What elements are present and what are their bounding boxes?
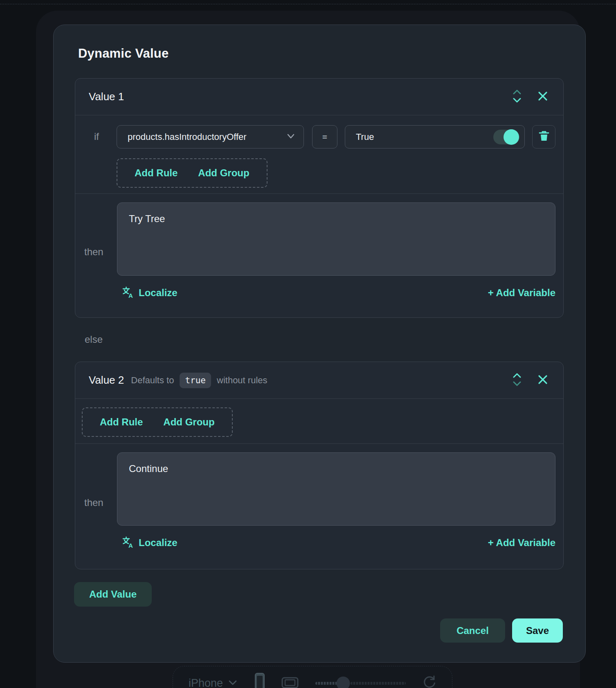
- add-rule-group-box: Add Rule Add Group: [82, 407, 233, 437]
- value-2-title: Value 2: [89, 374, 124, 387]
- translate-icon: A: [122, 286, 133, 299]
- sort-chevrons-icon: [512, 373, 522, 388]
- svg-text:A: A: [128, 542, 133, 548]
- chevron-down-icon: [228, 679, 238, 687]
- dynamic-value-modal: Dynamic Value Value 1: [53, 25, 586, 663]
- then-value-textarea[interactable]: Try Tree: [117, 202, 555, 276]
- canvas-dotted-edge: [0, 4, 616, 4]
- value-2-remove-button[interactable]: [535, 372, 550, 388]
- localize-row: A Localize + Add Variable: [117, 286, 555, 299]
- condition-field-value: products.hasIntroductoryOffer: [128, 132, 286, 142]
- sort-chevrons-icon: [512, 89, 522, 104]
- condition-operator[interactable]: =: [312, 125, 337, 148]
- cancel-button[interactable]: Cancel: [440, 618, 505, 643]
- value-2-card: Value 2 Defaults to true without rules: [75, 362, 564, 569]
- landscape-orientation-button[interactable]: [281, 677, 299, 688]
- add-group-button[interactable]: Add Group: [163, 416, 214, 428]
- value-2-header: Value 2 Defaults to true without rules: [75, 362, 563, 399]
- add-rule-button[interactable]: Add Rule: [135, 167, 178, 179]
- operator-value: =: [322, 132, 327, 142]
- device-select[interactable]: iPhone: [189, 677, 238, 688]
- device-label: iPhone: [189, 677, 223, 688]
- then-value-text: Continue: [129, 463, 168, 474]
- add-rule-button[interactable]: Add Rule: [100, 416, 143, 428]
- add-variable-button[interactable]: + Add Variable: [488, 287, 555, 299]
- refresh-icon: [423, 675, 436, 688]
- value-1-then-section: then Try Tree A Localize: [75, 194, 563, 317]
- default-value-pill: true: [180, 373, 211, 388]
- condition-value-field[interactable]: True: [345, 125, 525, 148]
- slider-track-empty: [351, 682, 406, 685]
- localize-button[interactable]: A Localize: [122, 536, 178, 549]
- zoom-slider[interactable]: [315, 677, 406, 688]
- condition-row: products.hasIntroductoryOffer = True: [117, 125, 563, 148]
- value-1-rules-section: if products.hasIntroductoryOffer = True: [75, 115, 563, 194]
- chevron-down-icon: [286, 133, 295, 141]
- localize-label: Localize: [139, 537, 178, 549]
- defaults-prefix: Defaults to: [131, 375, 174, 386]
- add-rule-group-box: Add Rule Add Group: [117, 158, 268, 188]
- value-1-remove-button[interactable]: [535, 89, 550, 105]
- then-value-text: Try Tree: [129, 213, 165, 224]
- condition-value-label: True: [356, 132, 493, 142]
- condition-value-toggle[interactable]: [493, 130, 519, 144]
- slider-track-filled: [315, 682, 338, 685]
- then-value-textarea[interactable]: Continue: [117, 452, 555, 526]
- value-1-card: Value 1 if: [75, 78, 564, 318]
- phone-portrait-icon: [254, 672, 266, 688]
- value-2-then-section: then Continue A Localize: [75, 444, 563, 569]
- add-value-button[interactable]: Add Value: [74, 582, 152, 607]
- delete-rule-button[interactable]: [532, 125, 555, 148]
- if-label: if: [94, 131, 99, 142]
- close-icon: [537, 90, 549, 103]
- save-button[interactable]: Save: [512, 618, 563, 643]
- close-icon: [537, 374, 549, 387]
- localize-label: Localize: [139, 287, 178, 299]
- add-variable-button[interactable]: + Add Variable: [488, 537, 555, 549]
- value-1-reorder-button[interactable]: [510, 88, 524, 106]
- localize-row: A Localize + Add Variable: [117, 536, 555, 549]
- phone-landscape-icon: [281, 677, 299, 688]
- trash-icon: [538, 130, 550, 144]
- translate-icon: A: [122, 536, 133, 549]
- footer-actions: Cancel Save: [75, 618, 563, 643]
- else-label: else: [85, 334, 563, 345]
- then-label: then: [84, 246, 103, 258]
- portrait-orientation-button[interactable]: [254, 672, 266, 688]
- modal-title: Dynamic Value: [78, 46, 563, 61]
- toggle-knob: [504, 129, 519, 145]
- refresh-button[interactable]: [423, 675, 436, 688]
- localize-button[interactable]: A Localize: [122, 286, 178, 299]
- preview-toolbar: iPhone: [173, 666, 452, 688]
- add-group-button[interactable]: Add Group: [198, 167, 249, 179]
- value-1-title: Value 1: [89, 90, 124, 103]
- value-2-rules-section: Add Rule Add Group: [75, 399, 563, 444]
- condition-field-dropdown[interactable]: products.hasIntroductoryOffer: [117, 125, 304, 148]
- then-label: then: [84, 497, 103, 508]
- slider-handle[interactable]: [337, 677, 350, 688]
- svg-text:A: A: [128, 292, 133, 298]
- value-2-reorder-button[interactable]: [510, 371, 524, 389]
- defaults-suffix: without rules: [217, 375, 268, 386]
- value-1-header: Value 1: [75, 79, 563, 115]
